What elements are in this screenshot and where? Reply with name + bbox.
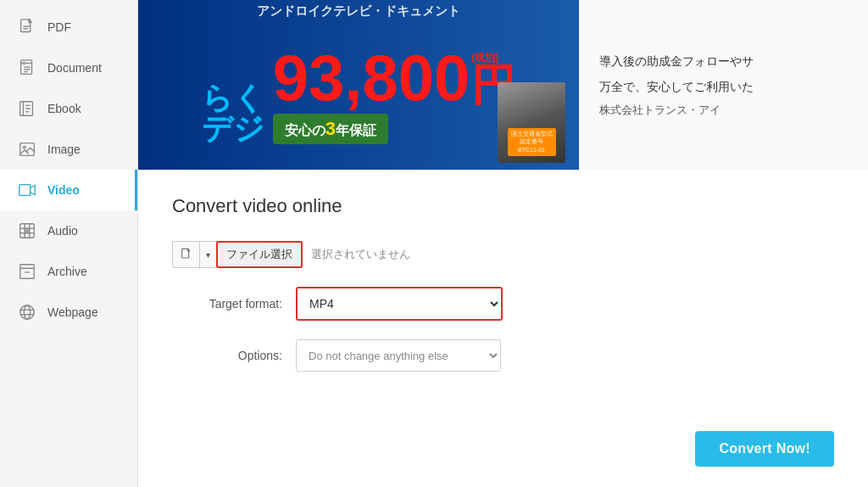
svg-rect-6 [23, 62, 26, 65]
options-select-wrapper: Do not change anything else Custom setti… [296, 339, 501, 372]
warranty-text: 安心の [285, 123, 326, 137]
page-title: Convert video online [172, 195, 834, 217]
audio-icon [15, 219, 39, 243]
target-format-row: Target format: MP4 AVI MOV MKV WMV FLV W… [172, 287, 834, 321]
format-select-wrapper: MP4 AVI MOV MKV WMV FLV WEBM [296, 287, 503, 321]
main-area: アンドロイクテレビ・ドキュメント らく デジ 93,800 (税別) 円 [138, 0, 868, 487]
svg-point-16 [23, 146, 25, 148]
sidebar-item-archive[interactable]: Archive [0, 251, 137, 292]
sidebar-item-audio[interactable]: Audio [0, 210, 137, 251]
sidebar-item-document-label: Document [47, 61, 102, 75]
convert-now-button[interactable]: Convert Now! [695, 431, 834, 467]
options-select[interactable]: Do not change anything else Custom setti… [297, 340, 500, 371]
sidebar-item-video-label: Video [47, 183, 80, 197]
file-icon-button[interactable] [172, 241, 199, 268]
ebook-icon [15, 97, 39, 120]
sidebar-item-pdf[interactable]: PDF [0, 7, 137, 48]
convert-button-wrapper: Convert Now! [695, 431, 834, 467]
sidebar-item-image-label: Image [47, 143, 81, 156]
price-number: 93,800 [273, 46, 470, 110]
sidebar: PDF Document Ebook [0, 0, 138, 487]
options-label: Options: [172, 349, 282, 362]
sidebar-item-ebook-label: Ebook [47, 102, 81, 115]
document-icon [15, 56, 39, 80]
file-choose-button[interactable]: ファイル選択 [216, 241, 303, 268]
svg-point-29 [24, 305, 30, 320]
banner-text-1: 導入後の助成金フォローやサ [599, 52, 848, 70]
sidebar-item-archive-label: Archive [47, 265, 87, 278]
svg-rect-26 [20, 268, 35, 278]
sidebar-item-pdf-label: PDF [47, 20, 71, 34]
banner-right: 導入後の助成金フォローやサ 万全で、安心してご利用いた 株式会社トランス・アイ [579, 0, 868, 170]
brand-rakku: らく [202, 83, 264, 114]
banner: アンドロイクテレビ・ドキュメント らく デジ 93,800 (税別) 円 [138, 0, 868, 170]
svg-point-20 [26, 230, 28, 232]
file-upload-row: ▾ ファイル選択 選択されていません [172, 241, 834, 268]
format-select[interactable]: MP4 AVI MOV MKV WMV FLV WEBM [298, 288, 501, 319]
banner-left: アンドロイクテレビ・ドキュメント らく デジ 93,800 (税別) 円 [138, 0, 579, 170]
sidebar-item-image[interactable]: Image [0, 129, 137, 170]
content-area: Convert video online ▾ ファイル選択 選択されていません [138, 170, 868, 487]
banner-company: 株式会社トランス・アイ [599, 103, 848, 118]
archive-icon [15, 260, 39, 283]
sidebar-item-webpage[interactable]: Webpage [0, 292, 137, 333]
sidebar-item-document[interactable]: Document [0, 48, 137, 88]
target-format-label: Target format: [172, 297, 282, 311]
svg-rect-17 [19, 185, 31, 196]
sidebar-item-ebook[interactable]: Ebook [0, 88, 137, 129]
years-text: 3 [326, 118, 336, 139]
banner-text-2: 万全で、安心してご利用いた [599, 77, 848, 96]
file-no-selected-label: 選択されていません [311, 247, 410, 262]
webpage-icon [15, 300, 39, 324]
file-upload-group: ▾ ファイル選択 選択されていません [172, 241, 410, 268]
brand-degi: デジ [202, 114, 264, 144]
file-dropdown-button[interactable]: ▾ [199, 241, 216, 268]
sidebar-item-webpage-label: Webpage [47, 305, 98, 319]
video-icon [15, 178, 39, 202]
svg-point-28 [20, 305, 35, 320]
pdf-icon [15, 15, 39, 39]
image-icon [15, 137, 39, 161]
sidebar-item-video[interactable]: Video [0, 170, 137, 210]
sidebar-item-audio-label: Audio [47, 224, 78, 238]
year-unit-text: 年保証 [336, 123, 376, 137]
options-row: Options: Do not change anything else Cus… [172, 339, 834, 372]
